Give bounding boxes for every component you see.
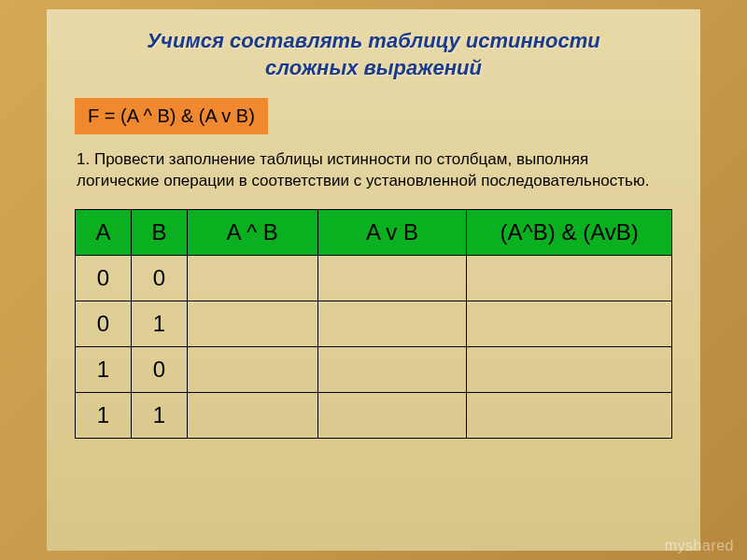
- cell-or: [317, 256, 467, 301]
- header-a-or-b: A v B: [317, 210, 467, 256]
- slide-container: Учимся составлять таблицу истинности сло…: [47, 9, 700, 551]
- table-row: 0 0: [76, 256, 672, 301]
- cell-b: 0: [131, 347, 187, 393]
- title-line-1: Учимся составлять таблицу истинности: [147, 29, 600, 52]
- cell-result: [467, 256, 672, 301]
- table-row: 1 0: [76, 347, 672, 393]
- cell-xor: [187, 347, 317, 393]
- cell-a: 0: [76, 301, 132, 347]
- slide-title: Учимся составлять таблицу истинности сло…: [75, 28, 672, 81]
- cell-result: [467, 393, 672, 439]
- cell-xor: [187, 301, 317, 347]
- header-a-xor-b: A ^ B: [187, 210, 317, 256]
- cell-a: 0: [76, 256, 132, 301]
- cell-a: 1: [76, 393, 132, 439]
- title-line-2: сложных выражений: [265, 56, 482, 79]
- cell-xor: [187, 393, 317, 439]
- formula-text: F = (A ^ B) & (A v B): [88, 105, 255, 126]
- cell-xor: [187, 256, 317, 301]
- header-b: B: [131, 210, 187, 256]
- header-a: A: [76, 210, 132, 256]
- instruction-text: Провести заполнение таблицы истинности п…: [77, 150, 649, 189]
- table-row: 1 1: [76, 393, 672, 439]
- cell-b: 1: [131, 393, 187, 439]
- instruction-number: 1.: [77, 150, 90, 168]
- cell-or: [317, 301, 467, 347]
- cell-or: [317, 393, 467, 439]
- watermark: myshared: [665, 538, 734, 554]
- cell-result: [467, 347, 672, 393]
- cell-a: 1: [76, 347, 132, 393]
- table-header-row: A B A ^ B A v B (A^B) & (AvB): [76, 210, 672, 256]
- formula-box: F = (A ^ B) & (A v B): [75, 98, 268, 134]
- table-row: 0 1: [76, 301, 672, 347]
- truth-table: A B A ^ B A v B (A^B) & (AvB) 0 0 0 1: [75, 209, 672, 439]
- cell-b: 0: [131, 256, 187, 301]
- cell-b: 1: [131, 301, 187, 347]
- cell-or: [317, 347, 467, 393]
- header-result: (A^B) & (AvB): [467, 210, 672, 256]
- cell-result: [467, 301, 672, 347]
- instruction-block: 1. Провести заполнение таблицы истинност…: [75, 149, 672, 192]
